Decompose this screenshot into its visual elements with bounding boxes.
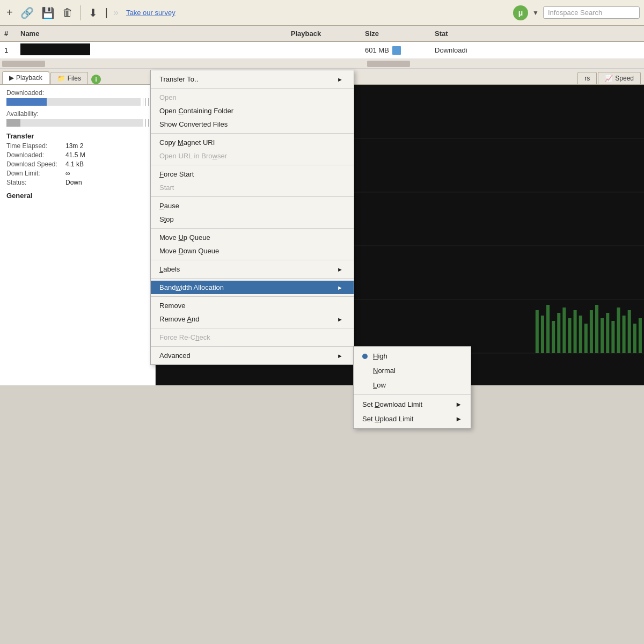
set-download-limit-label: Set Download Limit	[362, 400, 422, 408]
status-key: Status:	[6, 179, 65, 186]
col-playback: Playback	[258, 30, 354, 38]
row-status: Downloadi	[424, 46, 644, 54]
tab-playback-label: Playback	[16, 74, 42, 82]
survey-link[interactable]: Take our survey	[126, 9, 175, 17]
menu-sep-5	[151, 228, 354, 229]
radio-empty-icon	[362, 368, 368, 374]
menu-sep-10	[151, 346, 354, 347]
playback-icon: ▶	[9, 74, 14, 82]
availability-bar-container	[6, 119, 149, 127]
context-menu: Transfer To.. ► Open Open Containing Fol…	[150, 70, 354, 365]
submenu-sep-1	[354, 394, 471, 395]
downloaded-info-val: 41.5 M	[65, 151, 85, 159]
delete-icon[interactable]: 🗑	[60, 5, 75, 20]
table-row[interactable]: 1 601 MB Downloadi	[0, 42, 644, 59]
separator-icon: |	[103, 5, 110, 20]
menu-sep-9	[151, 328, 354, 328]
menu-sep-2	[151, 133, 354, 134]
menu-item-copy-magnet[interactable]: Copy Magnet URI	[151, 136, 354, 149]
link-icon[interactable]: 🔗	[18, 5, 36, 20]
svg-rect-13	[574, 310, 577, 353]
menu-item-show-converted[interactable]: Show Converted Files	[151, 118, 354, 131]
toolbar: + 🔗 💾 🗑 ⬇ | » Take our survey μ ▼ Infosp…	[0, 0, 644, 26]
add-button[interactable]: +	[4, 5, 15, 20]
advanced-arrow-icon: ►	[337, 353, 343, 359]
menu-sep-6	[151, 260, 354, 260]
svg-rect-21	[617, 308, 620, 353]
menu-sep-3	[151, 165, 354, 165]
menu-item-force-recheck[interactable]: Force Re-Check	[151, 331, 354, 344]
submenu-item-normal[interactable]: Normal	[354, 363, 471, 378]
menu-item-start[interactable]: Start	[151, 181, 354, 194]
menu-item-stop[interactable]: Stop	[151, 213, 354, 226]
time-elapsed-row: Time Elapsed: 13m 2	[6, 142, 149, 150]
upload-limit-arrow-icon: ►	[455, 415, 462, 423]
labels-arrow-icon: ►	[337, 266, 343, 273]
tab-trackers-label: rs	[584, 75, 590, 82]
submenu-item-set-upload-limit[interactable]: Set Upload Limit ►	[354, 412, 471, 426]
downloaded-bar	[6, 98, 141, 106]
down-limit-key: Down Limit:	[6, 170, 65, 177]
scrollbar-thumb-right[interactable]	[367, 61, 410, 67]
tab-files-label: Files	[68, 75, 81, 82]
time-elapsed-key: Time Elapsed:	[6, 142, 65, 150]
radio-selected-icon	[362, 354, 368, 359]
downloaded-bar-container	[6, 98, 149, 106]
down-arrow-icon[interactable]: ⬇	[86, 5, 100, 20]
bandwidth-submenu: High Normal Low Set Download Limit ► Set…	[353, 346, 471, 429]
name-thumbnail	[20, 43, 90, 55]
menu-item-open-folder[interactable]: Open Containing Folder	[151, 104, 354, 118]
down-limit-val: ∞	[65, 170, 70, 177]
tab-playback[interactable]: ▶ Playback	[2, 71, 49, 84]
menu-item-open-url[interactable]: Open URL in Browser	[151, 149, 354, 163]
tick2	[145, 98, 146, 106]
menu-item-remove[interactable]: Remove	[151, 299, 354, 312]
tick1	[143, 98, 143, 106]
col-num: #	[0, 30, 16, 38]
svg-rect-10	[557, 313, 560, 353]
submenu-item-set-download-limit[interactable]: Set Download Limit ►	[354, 397, 471, 412]
menu-item-transfer-to[interactable]: Transfer To.. ►	[151, 72, 354, 86]
search-input[interactable]: Infospace Search	[543, 6, 640, 19]
files-icon: 📁	[57, 75, 65, 82]
set-upload-limit-label: Set Upload Limit	[362, 415, 413, 423]
downloaded-key: Downloaded:	[6, 151, 65, 159]
menu-item-remove-and[interactable]: Remove And ►	[151, 312, 354, 326]
row-name	[16, 43, 258, 57]
availability-bar	[6, 119, 143, 127]
menu-item-advanced[interactable]: Advanced ►	[151, 349, 354, 362]
svg-rect-22	[623, 316, 626, 353]
table-header: # Name Playback Size Stat	[0, 26, 644, 42]
utorrent-logo: μ	[513, 5, 528, 20]
radio-empty2-icon	[362, 383, 368, 388]
time-elapsed-val: 13m 2	[65, 142, 83, 150]
menu-item-bandwidth[interactable]: Bandwidth Allocation ►	[151, 281, 354, 294]
menu-item-move-up[interactable]: Move Up Queue	[151, 231, 354, 244]
submenu-item-low[interactable]: Low	[354, 378, 471, 392]
menu-item-force-start[interactable]: Force Start	[151, 167, 354, 181]
menu-item-open[interactable]: Open	[151, 91, 354, 104]
svg-rect-19	[606, 313, 609, 353]
menu-item-labels[interactable]: Labels ►	[151, 262, 354, 276]
save-icon[interactable]: 💾	[39, 5, 57, 20]
svg-rect-20	[611, 321, 614, 353]
menu-item-pause[interactable]: Pause	[151, 199, 354, 213]
bandwidth-arrow-icon: ►	[337, 284, 343, 291]
logo-dropdown-arrow[interactable]: ▼	[532, 9, 539, 17]
download-speed-row: Download Speed: 4.1 kB	[6, 160, 149, 168]
menu-sep-4	[151, 196, 354, 197]
svg-rect-24	[633, 324, 636, 353]
tab-info[interactable]: i	[91, 75, 101, 84]
tab-trackers[interactable]: rs	[577, 72, 597, 84]
svg-rect-6	[536, 310, 539, 353]
menu-item-move-down[interactable]: Move Down Queue	[151, 244, 354, 258]
scrollbar-row[interactable]	[0, 59, 644, 69]
arrows-icon: »	[113, 7, 119, 18]
svg-rect-23	[628, 310, 631, 353]
tab-speed[interactable]: 📈 Speed	[598, 72, 641, 84]
normal-label: Normal	[373, 367, 396, 375]
tab-speed-label: Speed	[615, 75, 634, 82]
tab-files[interactable]: 📁 Files	[50, 72, 88, 84]
submenu-item-high[interactable]: High	[354, 349, 471, 363]
scrollbar-thumb[interactable]	[2, 61, 45, 67]
